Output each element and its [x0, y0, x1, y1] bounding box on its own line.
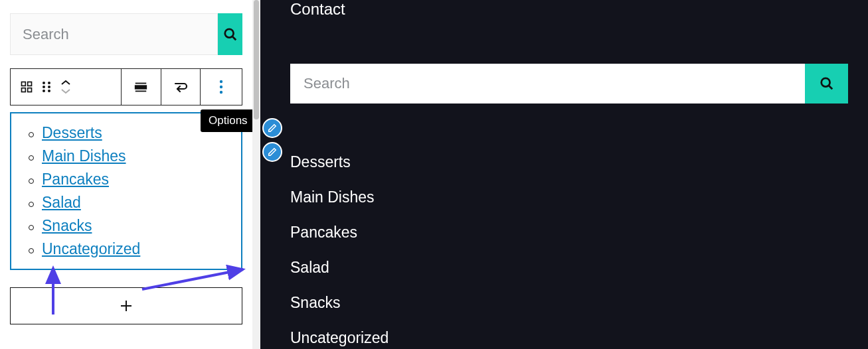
- toolbar-transform-button[interactable]: [161, 69, 201, 105]
- grid-icon[interactable]: [20, 80, 33, 94]
- svg-rect-3: [28, 82, 32, 86]
- plus-icon: [120, 299, 133, 313]
- svg-point-22: [821, 78, 829, 87]
- editor-search-button[interactable]: [218, 13, 242, 55]
- svg-point-6: [43, 82, 45, 84]
- svg-rect-5: [28, 88, 32, 92]
- preview-category-item[interactable]: Desserts: [290, 145, 868, 180]
- preview-search-input[interactable]: [290, 64, 805, 104]
- svg-rect-13: [135, 86, 147, 89]
- svg-point-7: [48, 82, 50, 84]
- svg-point-0: [224, 29, 233, 37]
- category-link[interactable]: Salad: [42, 194, 81, 211]
- category-link[interactable]: Pancakes: [42, 171, 109, 188]
- svg-point-16: [220, 86, 222, 88]
- preview-category-item[interactable]: Snacks: [290, 285, 868, 320]
- preview-search-row: [290, 64, 848, 104]
- preview-category-item[interactable]: Main Dishes: [290, 180, 868, 215]
- align-icon: [133, 80, 148, 94]
- toolbar-align-button[interactable]: [122, 69, 161, 105]
- svg-line-23: [829, 86, 832, 89]
- category-link[interactable]: Snacks: [42, 217, 92, 234]
- preview-category-item[interactable]: Pancakes: [290, 215, 868, 250]
- search-icon: [820, 76, 834, 91]
- svg-point-8: [43, 86, 45, 88]
- preview-category-item[interactable]: Salad: [290, 250, 868, 285]
- svg-point-17: [220, 91, 222, 94]
- pencil-icon: [268, 147, 277, 157]
- swap-icon: [173, 80, 189, 94]
- nav-link-contact[interactable]: Contact: [290, 0, 868, 19]
- edit-badge-categories[interactable]: [262, 142, 282, 162]
- category-link[interactable]: Main Dishes: [42, 147, 126, 165]
- search-icon: [223, 27, 238, 42]
- svg-rect-2: [22, 82, 26, 86]
- toolbar-options-button[interactable]: [201, 69, 242, 105]
- category-link[interactable]: Desserts: [42, 124, 102, 141]
- panel-scrollbar[interactable]: [252, 0, 260, 349]
- svg-point-10: [43, 90, 45, 92]
- more-vertical-icon: [219, 80, 223, 94]
- categories-block-selected[interactable]: Desserts Main Dishes Pancakes Salad Snac…: [10, 112, 242, 270]
- svg-rect-4: [22, 88, 26, 92]
- pencil-icon: [268, 123, 277, 133]
- editor-search-row: [10, 13, 242, 55]
- svg-line-1: [232, 36, 236, 40]
- editor-panel: Options Desserts Main Dishes Pancakes Sa…: [0, 0, 252, 349]
- toolbar-group-a: [11, 69, 122, 105]
- add-block-button[interactable]: [10, 287, 242, 324]
- drag-handle-icon[interactable]: [41, 80, 52, 94]
- edit-badge-search[interactable]: [262, 118, 282, 138]
- category-link[interactable]: Uncategorized: [42, 240, 140, 257]
- svg-point-11: [48, 90, 50, 92]
- preview-panel: Contact: [260, 0, 868, 349]
- preview-search-button[interactable]: [805, 64, 848, 104]
- svg-point-9: [48, 86, 50, 88]
- preview-category-list: Desserts Main Dishes Pancakes Salad Snac…: [290, 145, 868, 349]
- block-toolbar: [10, 68, 242, 105]
- editor-search-input[interactable]: [10, 13, 218, 55]
- move-arrows-icon[interactable]: [60, 80, 72, 94]
- preview-category-item[interactable]: Uncategorized: [290, 320, 868, 349]
- svg-point-15: [220, 80, 222, 83]
- scrollbar-thumb[interactable]: [254, 0, 259, 119]
